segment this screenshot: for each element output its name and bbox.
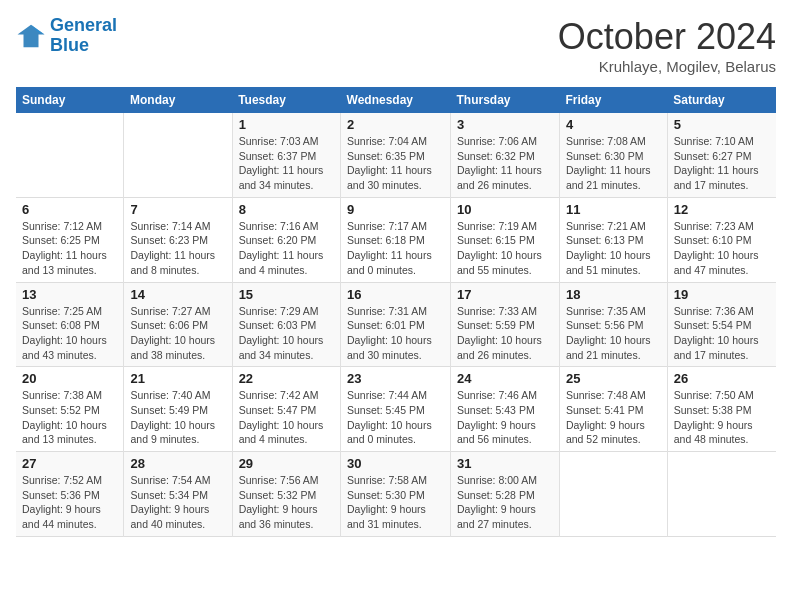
day-cell: 15Sunrise: 7:29 AM Sunset: 6:03 PM Dayli… bbox=[232, 282, 340, 367]
location-subtitle: Kruhlaye, Mogilev, Belarus bbox=[558, 58, 776, 75]
day-info: Sunrise: 7:58 AM Sunset: 5:30 PM Dayligh… bbox=[347, 473, 444, 532]
day-number: 25 bbox=[566, 371, 661, 386]
day-cell: 7Sunrise: 7:14 AM Sunset: 6:23 PM Daylig… bbox=[124, 197, 232, 282]
day-cell: 9Sunrise: 7:17 AM Sunset: 6:18 PM Daylig… bbox=[341, 197, 451, 282]
day-cell: 23Sunrise: 7:44 AM Sunset: 5:45 PM Dayli… bbox=[341, 367, 451, 452]
day-header-saturday: Saturday bbox=[667, 87, 776, 113]
day-info: Sunrise: 7:08 AM Sunset: 6:30 PM Dayligh… bbox=[566, 134, 661, 193]
day-info: Sunrise: 7:29 AM Sunset: 6:03 PM Dayligh… bbox=[239, 304, 334, 363]
day-number: 14 bbox=[130, 287, 225, 302]
day-number: 12 bbox=[674, 202, 770, 217]
day-number: 24 bbox=[457, 371, 553, 386]
day-number: 30 bbox=[347, 456, 444, 471]
day-info: Sunrise: 7:16 AM Sunset: 6:20 PM Dayligh… bbox=[239, 219, 334, 278]
day-number: 10 bbox=[457, 202, 553, 217]
day-info: Sunrise: 7:38 AM Sunset: 5:52 PM Dayligh… bbox=[22, 388, 117, 447]
week-row-5: 27Sunrise: 7:52 AM Sunset: 5:36 PM Dayli… bbox=[16, 452, 776, 537]
day-cell: 1Sunrise: 7:03 AM Sunset: 6:37 PM Daylig… bbox=[232, 113, 340, 197]
day-number: 6 bbox=[22, 202, 117, 217]
logo: General Blue bbox=[16, 16, 117, 56]
day-cell: 13Sunrise: 7:25 AM Sunset: 6:08 PM Dayli… bbox=[16, 282, 124, 367]
day-number: 18 bbox=[566, 287, 661, 302]
day-info: Sunrise: 7:19 AM Sunset: 6:15 PM Dayligh… bbox=[457, 219, 553, 278]
day-number: 20 bbox=[22, 371, 117, 386]
day-info: Sunrise: 7:31 AM Sunset: 6:01 PM Dayligh… bbox=[347, 304, 444, 363]
day-cell: 29Sunrise: 7:56 AM Sunset: 5:32 PM Dayli… bbox=[232, 452, 340, 537]
day-cell: 4Sunrise: 7:08 AM Sunset: 6:30 PM Daylig… bbox=[559, 113, 667, 197]
day-info: Sunrise: 7:48 AM Sunset: 5:41 PM Dayligh… bbox=[566, 388, 661, 447]
day-cell bbox=[124, 113, 232, 197]
day-header-monday: Monday bbox=[124, 87, 232, 113]
day-cell bbox=[667, 452, 776, 537]
day-cell bbox=[559, 452, 667, 537]
day-cell: 30Sunrise: 7:58 AM Sunset: 5:30 PM Dayli… bbox=[341, 452, 451, 537]
day-number: 27 bbox=[22, 456, 117, 471]
day-info: Sunrise: 7:35 AM Sunset: 5:56 PM Dayligh… bbox=[566, 304, 661, 363]
day-cell: 8Sunrise: 7:16 AM Sunset: 6:20 PM Daylig… bbox=[232, 197, 340, 282]
day-info: Sunrise: 7:42 AM Sunset: 5:47 PM Dayligh… bbox=[239, 388, 334, 447]
day-cell: 10Sunrise: 7:19 AM Sunset: 6:15 PM Dayli… bbox=[451, 197, 560, 282]
day-number: 7 bbox=[130, 202, 225, 217]
day-cell: 3Sunrise: 7:06 AM Sunset: 6:32 PM Daylig… bbox=[451, 113, 560, 197]
day-cell: 16Sunrise: 7:31 AM Sunset: 6:01 PM Dayli… bbox=[341, 282, 451, 367]
day-info: Sunrise: 7:23 AM Sunset: 6:10 PM Dayligh… bbox=[674, 219, 770, 278]
day-header-wednesday: Wednesday bbox=[341, 87, 451, 113]
day-info: Sunrise: 7:27 AM Sunset: 6:06 PM Dayligh… bbox=[130, 304, 225, 363]
day-cell: 27Sunrise: 7:52 AM Sunset: 5:36 PM Dayli… bbox=[16, 452, 124, 537]
logo-text: General Blue bbox=[50, 16, 117, 56]
day-info: Sunrise: 7:21 AM Sunset: 6:13 PM Dayligh… bbox=[566, 219, 661, 278]
day-number: 1 bbox=[239, 117, 334, 132]
week-row-4: 20Sunrise: 7:38 AM Sunset: 5:52 PM Dayli… bbox=[16, 367, 776, 452]
day-cell: 6Sunrise: 7:12 AM Sunset: 6:25 PM Daylig… bbox=[16, 197, 124, 282]
day-number: 22 bbox=[239, 371, 334, 386]
day-info: Sunrise: 7:44 AM Sunset: 5:45 PM Dayligh… bbox=[347, 388, 444, 447]
day-info: Sunrise: 7:33 AM Sunset: 5:59 PM Dayligh… bbox=[457, 304, 553, 363]
day-info: Sunrise: 7:54 AM Sunset: 5:34 PM Dayligh… bbox=[130, 473, 225, 532]
day-number: 11 bbox=[566, 202, 661, 217]
day-number: 9 bbox=[347, 202, 444, 217]
day-cell: 18Sunrise: 7:35 AM Sunset: 5:56 PM Dayli… bbox=[559, 282, 667, 367]
logo-line2: Blue bbox=[50, 35, 89, 55]
logo-icon bbox=[16, 21, 46, 51]
day-info: Sunrise: 7:14 AM Sunset: 6:23 PM Dayligh… bbox=[130, 219, 225, 278]
day-info: Sunrise: 7:52 AM Sunset: 5:36 PM Dayligh… bbox=[22, 473, 117, 532]
day-cell: 22Sunrise: 7:42 AM Sunset: 5:47 PM Dayli… bbox=[232, 367, 340, 452]
day-info: Sunrise: 7:12 AM Sunset: 6:25 PM Dayligh… bbox=[22, 219, 117, 278]
day-cell: 17Sunrise: 7:33 AM Sunset: 5:59 PM Dayli… bbox=[451, 282, 560, 367]
day-number: 19 bbox=[674, 287, 770, 302]
day-cell: 2Sunrise: 7:04 AM Sunset: 6:35 PM Daylig… bbox=[341, 113, 451, 197]
day-cell: 25Sunrise: 7:48 AM Sunset: 5:41 PM Dayli… bbox=[559, 367, 667, 452]
day-info: Sunrise: 7:03 AM Sunset: 6:37 PM Dayligh… bbox=[239, 134, 334, 193]
day-info: Sunrise: 7:17 AM Sunset: 6:18 PM Dayligh… bbox=[347, 219, 444, 278]
day-cell: 5Sunrise: 7:10 AM Sunset: 6:27 PM Daylig… bbox=[667, 113, 776, 197]
day-cell: 14Sunrise: 7:27 AM Sunset: 6:06 PM Dayli… bbox=[124, 282, 232, 367]
day-cell: 11Sunrise: 7:21 AM Sunset: 6:13 PM Dayli… bbox=[559, 197, 667, 282]
week-row-2: 6Sunrise: 7:12 AM Sunset: 6:25 PM Daylig… bbox=[16, 197, 776, 282]
day-info: Sunrise: 7:36 AM Sunset: 5:54 PM Dayligh… bbox=[674, 304, 770, 363]
day-cell: 24Sunrise: 7:46 AM Sunset: 5:43 PM Dayli… bbox=[451, 367, 560, 452]
month-title: October 2024 bbox=[558, 16, 776, 58]
day-number: 31 bbox=[457, 456, 553, 471]
day-cell: 21Sunrise: 7:40 AM Sunset: 5:49 PM Dayli… bbox=[124, 367, 232, 452]
day-cell: 31Sunrise: 8:00 AM Sunset: 5:28 PM Dayli… bbox=[451, 452, 560, 537]
week-row-3: 13Sunrise: 7:25 AM Sunset: 6:08 PM Dayli… bbox=[16, 282, 776, 367]
title-block: October 2024 Kruhlaye, Mogilev, Belarus bbox=[558, 16, 776, 75]
day-header-thursday: Thursday bbox=[451, 87, 560, 113]
day-info: Sunrise: 7:06 AM Sunset: 6:32 PM Dayligh… bbox=[457, 134, 553, 193]
day-cell: 20Sunrise: 7:38 AM Sunset: 5:52 PM Dayli… bbox=[16, 367, 124, 452]
day-info: Sunrise: 7:46 AM Sunset: 5:43 PM Dayligh… bbox=[457, 388, 553, 447]
day-number: 13 bbox=[22, 287, 117, 302]
day-number: 17 bbox=[457, 287, 553, 302]
day-info: Sunrise: 7:50 AM Sunset: 5:38 PM Dayligh… bbox=[674, 388, 770, 447]
day-number: 26 bbox=[674, 371, 770, 386]
week-row-1: 1Sunrise: 7:03 AM Sunset: 6:37 PM Daylig… bbox=[16, 113, 776, 197]
day-cell bbox=[16, 113, 124, 197]
day-number: 15 bbox=[239, 287, 334, 302]
day-number: 23 bbox=[347, 371, 444, 386]
day-number: 3 bbox=[457, 117, 553, 132]
day-number: 28 bbox=[130, 456, 225, 471]
day-number: 16 bbox=[347, 287, 444, 302]
day-number: 2 bbox=[347, 117, 444, 132]
day-number: 29 bbox=[239, 456, 334, 471]
day-info: Sunrise: 7:25 AM Sunset: 6:08 PM Dayligh… bbox=[22, 304, 117, 363]
